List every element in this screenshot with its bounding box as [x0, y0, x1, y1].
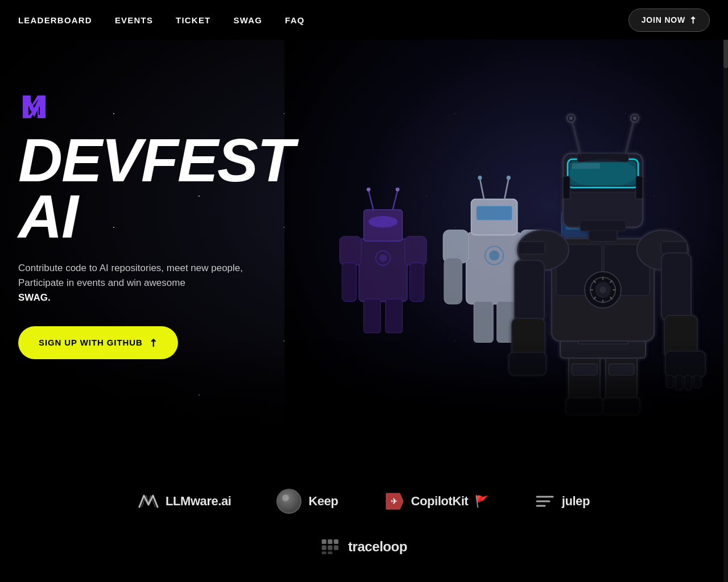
llmware-label: LLMware.ai	[166, 494, 231, 509]
sponsor-copilotkit: ✈ CopilotKit 🚩	[384, 491, 489, 512]
svg-point-93	[569, 117, 573, 120]
robot-container	[284, 40, 728, 455]
sponsor-traceloop: traceloop	[321, 537, 407, 557]
svg-point-15	[379, 254, 387, 262]
navigation: LEADERBOARD EVENTS TICKET SWAG FAQ JOIN …	[0, 0, 728, 40]
svg-rect-109	[322, 539, 326, 544]
svg-rect-70	[661, 242, 687, 254]
svg-rect-99	[284, 369, 728, 455]
svg-rect-12	[364, 299, 381, 333]
sponsor-llmware: LLMware.ai	[138, 491, 231, 512]
llmware-icon	[138, 491, 159, 512]
sponsors-row-2: traceloop	[321, 537, 407, 557]
keep-label: Keep	[308, 494, 338, 509]
svg-rect-115	[322, 551, 326, 554]
signup-github-button[interactable]: SIGN UP WITH GITHUB ↗	[18, 326, 178, 359]
svg-point-23	[507, 176, 511, 180]
brand-logo	[18, 91, 50, 123]
hero-description-bold: SWAG.	[18, 292, 51, 303]
svg-rect-88	[563, 176, 570, 199]
sponsors-section: LLMware.ai Keep ✈ CopilotKit 🚩	[0, 455, 728, 582]
nav-events[interactable]: EVENTS	[115, 15, 153, 25]
svg-rect-1	[359, 239, 407, 302]
nav-ticket[interactable]: TICKET	[176, 15, 210, 25]
svg-text:✈: ✈	[391, 497, 398, 506]
svg-point-31	[489, 251, 499, 261]
arrow-icon: ↗	[686, 13, 699, 26]
hero-title: DEVFEST AI	[18, 132, 303, 245]
hero-description: Contribute code to AI repositories, meet…	[18, 261, 257, 306]
keep-icon	[276, 489, 301, 514]
arrow-icon: ↗	[145, 335, 160, 350]
svg-rect-97	[580, 221, 626, 231]
svg-rect-68	[519, 242, 545, 254]
svg-rect-18	[477, 206, 512, 220]
signup-label: SIGN UP WITH GITHUB	[39, 338, 143, 347]
svg-point-96	[633, 117, 636, 120]
svg-rect-112	[322, 546, 326, 550]
copilotkit-icon: ✈	[384, 491, 404, 512]
svg-rect-116	[328, 551, 332, 554]
svg-point-3	[369, 216, 398, 227]
svg-rect-16	[466, 232, 523, 304]
svg-rect-11	[410, 263, 424, 302]
svg-rect-28	[474, 302, 493, 343]
traceloop-icon	[321, 537, 341, 557]
hero-description-text: Contribute code to AI repositories, meet…	[18, 263, 243, 288]
nav-faq[interactable]: FAQ	[285, 15, 304, 25]
svg-rect-74	[661, 253, 691, 321]
svg-point-7	[396, 188, 400, 192]
sponsor-julep: julep	[535, 491, 590, 512]
svg-rect-113	[328, 546, 332, 550]
svg-point-98	[569, 159, 637, 188]
svg-rect-8	[340, 236, 361, 265]
scrollbar[interactable]	[723, 0, 728, 582]
svg-point-21	[478, 176, 482, 180]
join-now-label: JOIN NOW	[642, 15, 686, 24]
svg-rect-10	[342, 263, 357, 302]
copilotkit-flag-icon: 🚩	[475, 494, 489, 508]
sponsor-keep: Keep	[276, 489, 338, 514]
svg-rect-114	[334, 546, 338, 550]
nav-swag[interactable]: SWAG	[233, 15, 262, 25]
svg-rect-13	[386, 299, 403, 333]
sponsors-row-1: LLMware.ai Keep ✈ CopilotKit 🚩	[138, 489, 590, 514]
hero-section: DEVFEST AI Contribute code to AI reposit…	[0, 40, 728, 455]
svg-rect-111	[334, 539, 338, 544]
svg-point-5	[367, 188, 371, 192]
svg-rect-110	[328, 539, 332, 544]
copilotkit-label: CopilotKit	[411, 494, 469, 509]
svg-rect-26	[444, 258, 462, 304]
join-now-button[interactable]: JOIN NOW ↗	[628, 9, 710, 32]
nav-leaderboard[interactable]: LEADERBOARD	[18, 15, 92, 25]
robot-scene-svg	[284, 40, 728, 455]
hero-content: DEVFEST AI Contribute code to AI reposit…	[18, 91, 303, 359]
svg-rect-89	[636, 176, 643, 199]
julep-label: julep	[562, 494, 590, 509]
svg-point-58	[599, 286, 606, 293]
nav-links: LEADERBOARD EVENTS TICKET SWAG FAQ	[18, 15, 305, 25]
svg-rect-9	[405, 236, 427, 265]
traceloop-label: traceloop	[348, 539, 407, 555]
julep-icon	[535, 491, 555, 512]
svg-rect-71	[515, 260, 544, 323]
